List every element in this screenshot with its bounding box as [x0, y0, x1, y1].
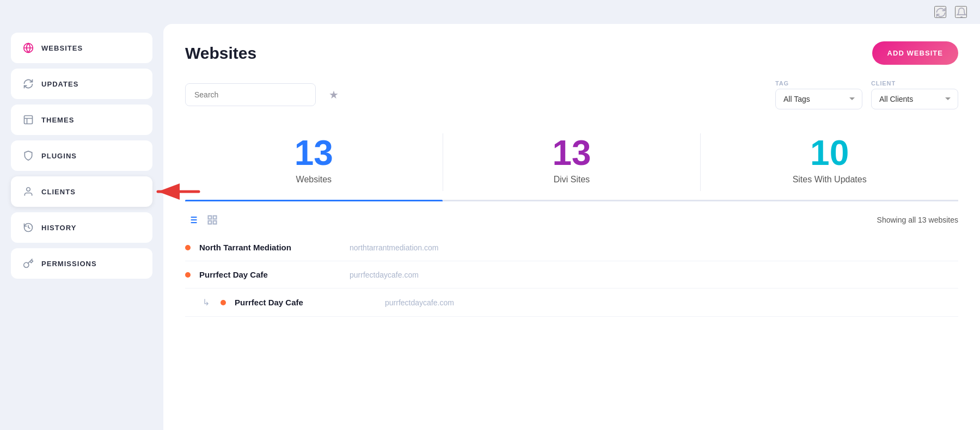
- client-filter-select[interactable]: All Clients: [871, 89, 958, 109]
- sidebar-item-themes-label: Themes: [41, 116, 74, 124]
- stats-row: 13 Websites 13 Divi Sites 10 Sites With …: [185, 125, 958, 201]
- status-dot: [185, 272, 191, 278]
- favorites-star-button[interactable]: ★: [329, 88, 339, 101]
- status-dot: [185, 245, 191, 250]
- website-url: northtarrantmediation.com: [350, 243, 438, 252]
- sidebar-item-permissions-label: Permissions: [41, 260, 97, 268]
- view-toggle: [185, 212, 220, 228]
- list-controls: Showing all 13 websites: [185, 201, 958, 234]
- client-filter-label: CLIENT: [871, 80, 958, 87]
- svg-rect-12: [209, 221, 212, 224]
- sidebar-item-history[interactable]: History: [11, 212, 152, 243]
- svg-rect-13: [213, 221, 217, 224]
- website-name: Purrfect Day Cafe: [199, 270, 341, 279]
- website-name: North Tarrant Mediation: [199, 243, 341, 252]
- stat-divi[interactable]: 13 Divi Sites: [443, 125, 701, 200]
- table-row[interactable]: Purrfect Day Cafe purrfectdaycafe.com: [185, 261, 958, 288]
- sidebar-item-history-label: History: [41, 224, 76, 232]
- table-row[interactable]: ↳ Purrfect Day Cafe purrfectdaycafe.com: [185, 288, 958, 317]
- sidebar: Websites Updates Themes: [0, 24, 163, 430]
- history-icon: [23, 222, 34, 233]
- stat-websites[interactable]: 13 Websites: [185, 125, 443, 200]
- client-filter-group: CLIENT All Clients: [871, 80, 958, 109]
- sidebar-item-clients[interactable]: Clients: [11, 176, 152, 207]
- website-list: North Tarrant Mediation northtarrantmedi…: [185, 234, 958, 317]
- table-row[interactable]: North Tarrant Mediation northtarrantmedi…: [185, 234, 958, 261]
- sidebar-item-plugins-label: Plugins: [41, 152, 77, 160]
- add-website-button[interactable]: ADD WEBSITE: [872, 41, 958, 65]
- stat-websites-label: Websites: [191, 175, 437, 185]
- sidebar-item-plugins[interactable]: Plugins: [11, 140, 152, 171]
- sidebar-item-clients-label: Clients: [41, 188, 76, 196]
- tag-filter-group: TAG All Tags: [775, 80, 862, 109]
- plugins-icon: [23, 150, 34, 161]
- website-name: Purrfect Day Cafe: [235, 298, 376, 307]
- sidebar-item-permissions[interactable]: Permissions: [11, 248, 152, 279]
- grid-view-button[interactable]: [205, 212, 220, 228]
- sub-row-indicator: ↳: [203, 297, 210, 308]
- stat-websites-number: 13: [191, 136, 437, 170]
- main-layout: Websites Updates Themes: [0, 24, 980, 430]
- stat-divi-label: Divi Sites: [449, 175, 695, 185]
- stat-updates[interactable]: 10 Sites With Updates: [701, 125, 958, 200]
- website-url: purrfectdaycafe.com: [385, 298, 454, 307]
- content-area: Websites ADD WEBSITE ★ TAG All Tags CLIE…: [163, 24, 980, 430]
- permissions-icon: [23, 258, 34, 269]
- svg-rect-1: [24, 116, 33, 124]
- stat-updates-label: Sites With Updates: [706, 175, 953, 185]
- notification-bell-icon[interactable]: [955, 6, 967, 18]
- status-dot: [220, 300, 226, 305]
- active-tab-bar: [185, 200, 443, 201]
- svg-point-2: [27, 188, 30, 192]
- clients-icon: [23, 186, 34, 197]
- list-view-button[interactable]: [185, 212, 200, 228]
- globe-icon: [23, 42, 34, 53]
- refresh-icon[interactable]: [934, 6, 946, 18]
- svg-rect-11: [213, 216, 217, 219]
- stat-divi-number: 13: [449, 136, 695, 170]
- website-url: purrfectdaycafe.com: [350, 271, 419, 279]
- filter-row: ★ TAG All Tags CLIENT All Clients: [185, 80, 958, 109]
- tag-filter-label: TAG: [775, 80, 862, 87]
- stat-updates-number: 10: [706, 136, 953, 170]
- sidebar-item-themes[interactable]: Themes: [11, 105, 152, 135]
- page-title: Websites: [185, 44, 256, 63]
- themes-icon: [23, 114, 34, 125]
- content-header: Websites ADD WEBSITE: [185, 41, 958, 65]
- showing-text: Showing all 13 websites: [877, 216, 958, 224]
- sidebar-item-updates-label: Updates: [41, 80, 78, 88]
- topbar: [0, 0, 980, 24]
- sidebar-item-updates[interactable]: Updates: [11, 69, 152, 99]
- search-input[interactable]: [185, 83, 316, 106]
- sidebar-item-websites-label: Websites: [41, 44, 83, 52]
- tag-filter-select[interactable]: All Tags: [775, 89, 862, 109]
- svg-rect-10: [209, 216, 212, 219]
- sidebar-item-websites[interactable]: Websites: [11, 33, 152, 63]
- updates-icon: [23, 78, 34, 89]
